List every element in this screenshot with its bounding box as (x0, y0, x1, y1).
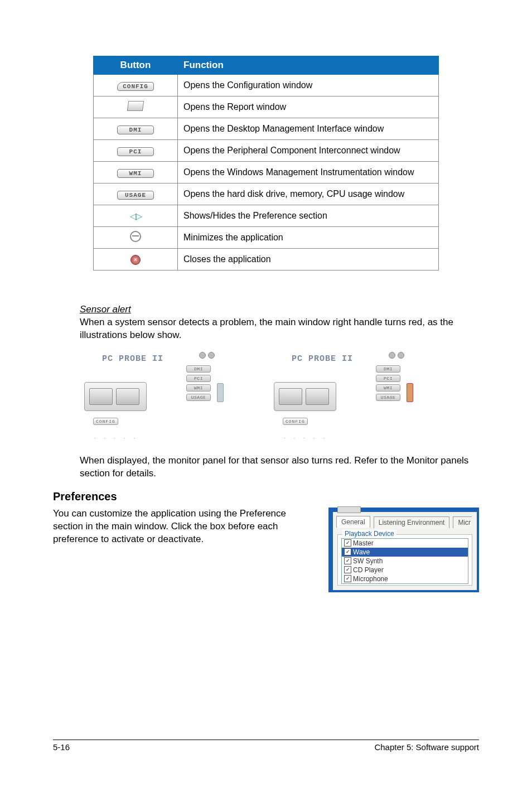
chapter-label: Chapter 5: Software support (374, 742, 479, 752)
wmi-icon: WMI (117, 169, 154, 178)
row-desc: Opens the hard disk drive, memory, CPU u… (178, 183, 439, 205)
probe-illustrations: PC PROBE II DMI PCI WMI USAGE CONFIG · ·… (80, 350, 479, 445)
probe-widget-alert: PC PROBE II DMI PCI WMI USAGE CONFIG · ·… (269, 350, 414, 445)
probe-usage-button: USAGE (186, 394, 211, 401)
table-row: × Closes the application (94, 249, 439, 270)
th-function: Function (178, 56, 439, 75)
probe-title: PC PROBE II (292, 354, 353, 364)
probe-wmi-button: WMI (376, 384, 400, 392)
checkbox-icon[interactable]: ✓ (344, 548, 351, 555)
row-desc: Opens the Peripheral Component Interconn… (178, 140, 439, 162)
probe-minimize-icon (199, 352, 206, 359)
probe-monitor-panel (274, 382, 336, 411)
table-row: USAGE Opens the hard disk drive, memory,… (94, 183, 439, 205)
table-row: Minimizes the application (94, 227, 439, 249)
dmi-icon: DMI (117, 125, 154, 134)
probe-dmi-button: DMI (376, 365, 400, 373)
probe-close-icon (398, 352, 404, 359)
row-desc: Minimizes the application (178, 227, 439, 249)
row-desc: Opens the Windows Management Instrumenta… (178, 162, 439, 183)
table-row: DMI Opens the Desktop Management Interfa… (94, 118, 439, 140)
row-desc: Shows/Hides the Preference section (178, 205, 439, 227)
checkbox-icon[interactable]: ✓ (344, 575, 351, 582)
list-item: ✓Microphone (342, 574, 468, 583)
probe-config-button: CONFIG (93, 418, 118, 425)
probe-pci-button: PCI (186, 375, 211, 382)
row-desc: Opens the Desktop Management Interface w… (178, 118, 439, 140)
row-desc: Closes the application (178, 249, 439, 270)
checkbox-icon[interactable]: ✓ (344, 557, 351, 564)
tab-listening-environment[interactable]: Listening Environment (374, 516, 450, 528)
page-number: 5-16 (53, 742, 70, 752)
th-button: Button (94, 56, 178, 75)
probe-dmi-button: DMI (186, 365, 211, 373)
list-item: ✓Master (342, 539, 468, 548)
sensor-alert-text-2: When displayed, the monitor panel for th… (80, 455, 479, 480)
table-row: WMI Opens the Windows Management Instrum… (94, 162, 439, 183)
list-item: ✓Wave (342, 548, 468, 557)
report-icon (127, 101, 144, 111)
table-row: CONFIG Opens the Configuration window (94, 75, 439, 96)
config-icon: CONFIG (117, 82, 154, 91)
probe-widget-normal: PC PROBE II DMI PCI WMI USAGE CONFIG · ·… (80, 350, 225, 445)
preferences-heading: Preferences (53, 490, 479, 503)
table-row: PCI Opens the Peripheral Component Inter… (94, 140, 439, 162)
toggle-arrows-icon: ◁▷ (130, 211, 141, 221)
tab-microphone[interactable]: Micr (453, 516, 472, 528)
preferences-text: You can customize the application using … (53, 508, 312, 546)
sensor-alert-heading: Sensor alert (80, 304, 479, 315)
usage-icon: USAGE (117, 191, 154, 200)
probe-pci-button: PCI (376, 375, 400, 382)
row-desc: Opens the Configuration window (178, 75, 439, 96)
probe-right-handle-alert (407, 383, 413, 402)
button-function-table: Button Function CONFIG Opens the Configu… (93, 56, 439, 270)
row-desc: Opens the Report window (178, 96, 439, 118)
probe-usage-button: USAGE (376, 394, 400, 401)
pci-icon: PCI (117, 147, 154, 156)
preferences-screenshot: GeneralListening EnvironmentMicr Playbac… (328, 508, 479, 592)
probe-title: PC PROBE II (102, 354, 163, 364)
probe-close-icon (208, 352, 215, 359)
probe-monitor-panel (84, 382, 147, 411)
probe-config-button: CONFIG (283, 418, 308, 425)
probe-right-handle (217, 383, 224, 402)
table-row: Opens the Report window (94, 96, 439, 118)
list-item: ✓CD Player (342, 566, 468, 574)
probe-minimize-icon (389, 352, 395, 359)
tab-general[interactable]: General (336, 516, 370, 528)
probe-wmi-button: WMI (186, 384, 211, 392)
checkbox-icon[interactable]: ✓ (344, 539, 351, 547)
playback-device-label: Playback Device (342, 530, 396, 538)
playback-device-list[interactable]: ✓Master ✓Wave ✓SW Synth ✓CD Player ✓Micr… (341, 538, 468, 584)
table-row: ◁▷ Shows/Hides the Preference section (94, 205, 439, 227)
minimize-icon (130, 231, 141, 242)
sensor-alert-text: When a system sensor detects a problem, … (80, 316, 479, 342)
close-icon: × (130, 255, 141, 265)
checkbox-icon[interactable]: ✓ (344, 566, 351, 573)
list-item: ✓SW Synth (342, 557, 468, 566)
